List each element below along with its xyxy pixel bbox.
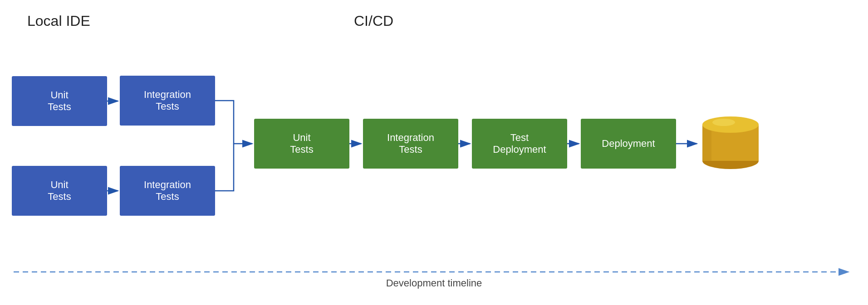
svg-point-4 xyxy=(712,119,735,126)
timeline-label: Development timeline xyxy=(0,277,868,289)
cylinder-container xyxy=(699,107,762,175)
ci-test-deploy-box: TestDeployment xyxy=(472,119,567,169)
cicd-label: CI/CD xyxy=(354,13,393,29)
ci-deploy-box: Deployment xyxy=(581,119,676,169)
ci-integration-box: IntegrationTests xyxy=(363,119,458,169)
ci-unit-box: UnitTests xyxy=(254,119,349,169)
local-unit-1-box: UnitTests xyxy=(12,76,107,126)
cylinder-icon xyxy=(699,107,762,173)
diagram-container: Local IDE CI/CD UnitTests IntegrationTes… xyxy=(0,0,868,305)
local-unit-2-box: UnitTests xyxy=(12,166,107,216)
local-ide-label: Local IDE xyxy=(27,13,90,29)
local-integration-1-box: IntegrationTests xyxy=(120,76,215,126)
local-integration-2-box: IntegrationTests xyxy=(120,166,215,216)
